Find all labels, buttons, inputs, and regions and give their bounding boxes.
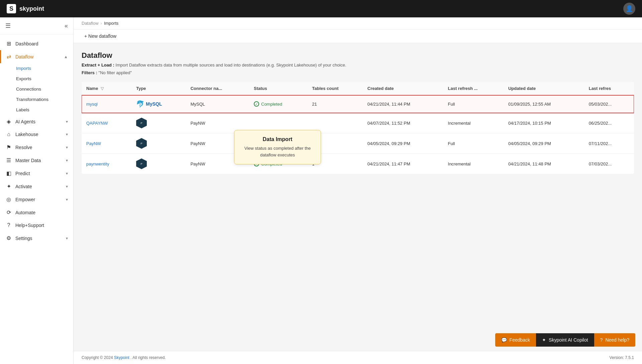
col-tables-count: Tables count xyxy=(307,82,363,95)
page-title: Dataflow xyxy=(82,51,634,60)
hamburger-icon[interactable]: ☰ xyxy=(5,22,11,29)
breadcrumb-current: Imports xyxy=(104,21,118,26)
chevron-down-icon: ▾ xyxy=(66,145,68,150)
dataflow-name-link[interactable]: mysql xyxy=(86,102,98,107)
dataflow-name-link[interactable]: QAPAYNW xyxy=(86,121,108,126)
sidebar-item-labels[interactable]: Labels xyxy=(16,105,73,115)
page-content: Dataflow Extract + Load : Import Dataflo… xyxy=(74,43,642,351)
row-created-date: 04/21/2024, 11:47 PM xyxy=(363,154,443,174)
copilot-button[interactable]: ✦ Skypoint AI Copilot xyxy=(536,333,594,347)
footer-right: Version: 7.5.1 xyxy=(610,355,634,360)
sidebar-item-resolve[interactable]: ⚑ Resolve ▾ xyxy=(0,141,73,154)
sidebar-item-label: Lakehouse xyxy=(15,132,38,137)
table-row[interactable]: PayNW P PayNW xyxy=(82,133,634,154)
dataflow-name-link[interactable]: paynwentity xyxy=(86,161,109,166)
footer-brand-link[interactable]: Skypoint xyxy=(114,355,129,360)
labels-label: Labels xyxy=(16,107,29,112)
filter-icon[interactable]: ▽ xyxy=(101,86,104,91)
filters-value: "No filter applied" xyxy=(99,70,132,75)
logo-s-icon: S xyxy=(7,4,16,13)
sidebar-item-settings[interactable]: ⚙ Settings ▾ xyxy=(0,232,73,245)
col-type: Type xyxy=(131,82,186,95)
data-import-tooltip: Data Import View status as completed aft… xyxy=(234,130,321,164)
new-dataflow-button[interactable]: + New dataflow xyxy=(82,32,119,40)
sidebar-item-label: Dataflow xyxy=(15,54,33,59)
ai-agents-icon: ◈ xyxy=(5,118,12,125)
col-last-refresh: Last refresh ... xyxy=(443,82,504,95)
table-row[interactable]: paynwentity P PayNW xyxy=(82,154,634,174)
table-row[interactable]: mysql 🐬 MySQL MySQL xyxy=(82,95,634,113)
sidebar-item-predict[interactable]: ◧ Predict ▾ xyxy=(0,167,73,180)
feedback-label: Feedback xyxy=(510,337,530,343)
row-last-refresh: Full xyxy=(443,95,504,113)
topbar: S skypoint 👤 xyxy=(0,0,642,17)
settings-icon: ⚙ xyxy=(5,235,12,241)
chevron-down-icon: ▾ xyxy=(66,119,68,124)
sidebar-item-dataflow[interactable]: ⇄ Dataflow ▲ xyxy=(0,50,73,63)
copyright-text: Copyright © 2024 xyxy=(82,355,113,360)
col-connector-name: Connector na... xyxy=(186,82,249,95)
footer-rights: . All rights reserved. xyxy=(130,355,166,360)
main-layout: ☰ « ⊞ Dashboard ⇄ Dataflow ▲ Imports Exp… xyxy=(0,17,642,364)
chevron-down-icon: ▾ xyxy=(66,132,68,137)
app-logo: S skypoint xyxy=(7,4,44,13)
breadcrumb-parent[interactable]: Dataflow xyxy=(82,21,99,26)
row-last-refresh2: 06/25/202... xyxy=(584,113,634,133)
chevron-up-icon: ▲ xyxy=(64,54,68,59)
collapse-icon[interactable]: « xyxy=(65,22,68,29)
row-created-date: 04/05/2024, 09:29 PM xyxy=(363,133,443,154)
row-last-refresh2: 07/11/202... xyxy=(584,133,634,154)
tooltip-title: Data Import xyxy=(242,136,313,142)
sidebar-item-master-data[interactable]: ☰ Master Data ▾ xyxy=(0,154,73,167)
chevron-down-icon: ▾ xyxy=(66,171,68,176)
row-updated-date: 04/21/2024, 11:48 PM xyxy=(504,154,584,174)
version-text: Version: 7.5.1 xyxy=(610,355,634,360)
need-help-button[interactable]: ? Need help? xyxy=(594,333,635,347)
col-last-refresh2: Last refres xyxy=(584,82,634,95)
sidebar-item-label: Predict xyxy=(15,171,30,176)
sidebar-item-empower[interactable]: ◎ Empower ▾ xyxy=(0,193,73,206)
lakehouse-icon: ⌂ xyxy=(5,131,12,137)
row-last-refresh2: 05/03/202... xyxy=(584,95,634,113)
col-created-date: Created date xyxy=(363,82,443,95)
sidebar-item-label: Empower xyxy=(15,197,35,202)
app-name: skypoint xyxy=(19,5,44,12)
imports-label: Imports xyxy=(16,66,31,71)
row-type: 🐬 MySQL xyxy=(131,95,186,113)
sidebar-item-connections[interactable]: Connections xyxy=(16,84,73,94)
feedback-icon: 💬 xyxy=(501,337,507,343)
sidebar-header: ☰ « xyxy=(0,17,73,34)
content-area: Dataflow › Imports + New dataflow Datafl… xyxy=(74,17,642,364)
sidebar-item-help-support[interactable]: ? Help+Support xyxy=(0,219,73,232)
row-type: P xyxy=(131,113,186,133)
sidebar-item-automate[interactable]: ⟳ Automate xyxy=(0,206,73,219)
connector-type-cell: P xyxy=(136,158,181,169)
dataflow-name-link[interactable]: PayNW xyxy=(86,141,101,146)
sidebar-item-lakehouse[interactable]: ⌂ Lakehouse ▾ xyxy=(0,128,73,141)
sidebar-item-dashboard[interactable]: ⊞ Dashboard xyxy=(0,37,73,50)
feedback-button[interactable]: 💬 Feedback xyxy=(495,333,536,347)
tooltip-body: View status as completed after the dataf… xyxy=(242,145,313,158)
row-created-date: 04/21/2024, 11:44 PM xyxy=(363,95,443,113)
paynw-hex-icon: P xyxy=(136,158,147,169)
bottom-action-bar: 💬 Feedback ✦ Skypoint AI Copilot ? Need … xyxy=(495,333,635,347)
sidebar-item-imports[interactable]: Imports xyxy=(16,63,73,74)
row-name: QAPAYNW xyxy=(82,113,131,133)
row-created-date: 04/07/2024, 11:52 PM xyxy=(363,113,443,133)
sidebar-item-ai-agents[interactable]: ◈ AI Agents ▾ xyxy=(0,115,73,128)
breadcrumb-separator: › xyxy=(101,21,102,26)
col-updated-date: Updated date xyxy=(504,82,584,95)
table-row[interactable]: QAPAYNW P PayNW xyxy=(82,113,634,133)
sidebar-item-label: Dashboard xyxy=(15,41,38,46)
sidebar-item-label: Resolve xyxy=(15,145,32,150)
chevron-down-icon: ▾ xyxy=(66,236,68,241)
need-help-label: Need help? xyxy=(605,337,629,343)
sidebar: ☰ « ⊞ Dashboard ⇄ Dataflow ▲ Imports Exp… xyxy=(0,17,74,364)
sidebar-item-label: AI Agents xyxy=(15,119,35,124)
row-name: paynwentity xyxy=(82,154,131,174)
need-help-icon: ? xyxy=(600,337,603,343)
sidebar-item-transformations[interactable]: Transformations xyxy=(16,94,73,105)
sidebar-item-activate[interactable]: ✦ Activate ▾ xyxy=(0,180,73,193)
user-avatar[interactable]: 👤 xyxy=(623,3,635,15)
sidebar-item-exports[interactable]: Exports xyxy=(16,74,73,84)
